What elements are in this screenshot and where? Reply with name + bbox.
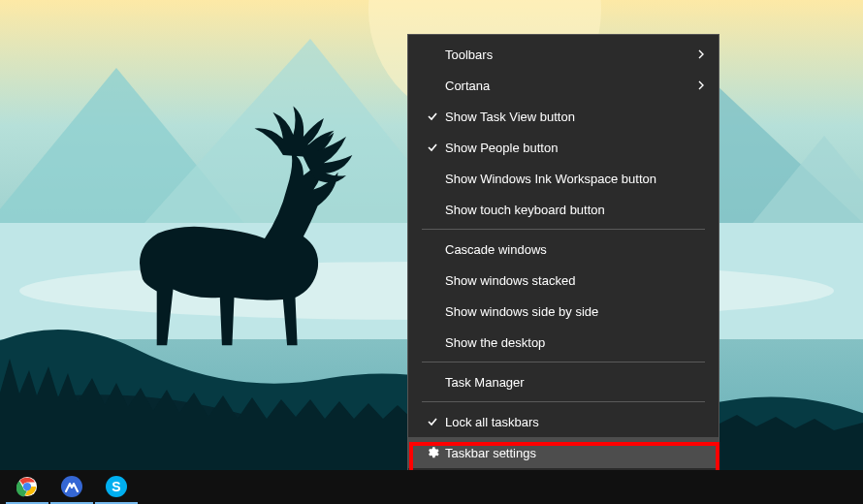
- chevron-right-icon: [691, 80, 705, 90]
- menu-label: Show Task View button: [445, 110, 705, 124]
- taskbar-app-nordvpn[interactable]: [50, 470, 93, 504]
- taskbar-app-skype[interactable]: S: [95, 470, 138, 504]
- menu-item-task-manager[interactable]: Task Manager: [408, 366, 719, 397]
- menu-separator: [422, 362, 705, 362]
- gear-icon: [420, 446, 445, 459]
- menu-label: Toolbars: [445, 47, 691, 62]
- menu-label: Taskbar settings: [445, 446, 705, 460]
- menu-label: Show the desktop: [445, 335, 705, 350]
- check-icon: [420, 110, 445, 122]
- menu-item-lock-taskbars[interactable]: Lock all taskbars: [408, 406, 719, 437]
- menu-item-show-touch-kbd[interactable]: Show touch keyboard button: [408, 194, 719, 225]
- menu-item-side-by-side[interactable]: Show windows side by side: [408, 296, 719, 327]
- menu-separator: [422, 229, 705, 230]
- menu-label: Task Manager: [445, 375, 705, 390]
- check-icon: [420, 416, 445, 427]
- menu-item-stacked[interactable]: Show windows stacked: [408, 265, 719, 296]
- taskbar: S: [0, 470, 863, 504]
- menu-label: Show touch keyboard button: [445, 203, 705, 217]
- menu-item-show-ink[interactable]: Show Windows Ink Workspace button: [408, 163, 719, 194]
- menu-label: Show windows side by side: [445, 304, 705, 319]
- check-icon: [420, 142, 445, 153]
- menu-label: Cascade windows: [445, 242, 705, 257]
- menu-item-show-people[interactable]: Show People button: [408, 132, 719, 163]
- taskbar-app-chrome[interactable]: [6, 470, 48, 504]
- menu-item-toolbars[interactable]: Toolbars: [408, 39, 719, 70]
- skype-icon: S: [106, 476, 127, 497]
- menu-item-show-task-view[interactable]: Show Task View button: [408, 101, 719, 132]
- menu-separator: [422, 401, 705, 402]
- menu-item-taskbar-settings[interactable]: Taskbar settings: [408, 437, 719, 468]
- menu-label: Lock all taskbars: [445, 415, 705, 429]
- chrome-icon: [16, 476, 38, 497]
- menu-item-show-desktop[interactable]: Show the desktop: [408, 327, 719, 358]
- nordvpn-icon: [61, 476, 82, 497]
- menu-item-cortana[interactable]: Cortana: [408, 70, 719, 101]
- menu-label: Cortana: [445, 79, 691, 93]
- menu-label: Show Windows Ink Workspace button: [445, 172, 705, 186]
- menu-label: Show windows stacked: [445, 273, 705, 288]
- chevron-right-icon: [691, 49, 705, 59]
- menu-label: Show People button: [445, 141, 705, 155]
- menu-item-cascade[interactable]: Cascade windows: [408, 234, 719, 265]
- taskbar-context-menu: ToolbarsCortanaShow Task View buttonShow…: [407, 34, 719, 473]
